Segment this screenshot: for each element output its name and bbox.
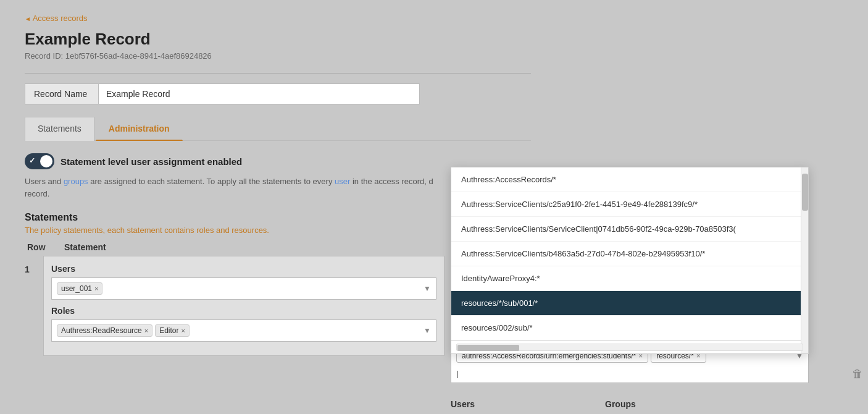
dropdown-item-6[interactable]: resources/*/sub/001/* — [451, 291, 808, 316]
field-row: Record Name — [25, 83, 420, 104]
role-tag-authress: Authress:ReadResource × — [57, 324, 152, 337]
users-tag-input[interactable]: user_001 × ▼ — [51, 277, 436, 300]
roles-dropdown-arrow[interactable]: ▼ — [424, 326, 431, 335]
page-container: Access records Example Record Record ID:… — [0, 0, 868, 414]
users-label-right: Users — [451, 399, 475, 409]
dropdown-list: Authress:AccessRecords/* Authress:Servic… — [451, 167, 808, 340]
dropdown-scrollbar-thumb — [802, 174, 808, 211]
users-link[interactable]: groups — [64, 177, 88, 186]
dropdown-item-4[interactable]: Authress:ServiceClients/b4863a5d-27d0-47… — [451, 242, 808, 266]
dropdown-item-5[interactable]: IdentityAwareProxy4:* — [451, 266, 808, 291]
role-tag-authress-text: Authress:ReadResource — [61, 326, 142, 335]
tab-administration[interactable]: Administration — [96, 117, 183, 141]
row-number: 1 — [25, 256, 37, 356]
users-link2[interactable]: user — [335, 177, 350, 186]
breadcrumb-link[interactable]: Access records — [25, 14, 88, 23]
toggle-check-icon: ✓ — [29, 156, 35, 165]
user-tag-close[interactable]: × — [94, 285, 98, 292]
dropdown-item-3[interactable]: Authress:ServiceClients/ServiceClient|07… — [451, 217, 808, 242]
toggle-description: Users and groups are assigned to each st… — [25, 175, 457, 200]
field-label: Record Name — [25, 83, 99, 104]
dropdown-item-1[interactable]: Authress:AccessRecords/* — [451, 167, 808, 192]
dropdown-horizontal-thumb — [457, 345, 519, 351]
role-tag-editor: Editor × — [155, 324, 190, 337]
role-tag-editor-text: Editor — [159, 326, 178, 335]
dropdown-horizontal-scrollbar[interactable] — [456, 344, 803, 351]
record-name-input[interactable] — [99, 83, 420, 104]
roles-tag-input[interactable]: Authress:ReadResource × Editor × ▼ — [51, 319, 436, 342]
roles-label: Roles — [51, 306, 436, 316]
resources-input-cursor: | — [456, 369, 458, 378]
record-title: Example Record — [25, 30, 531, 49]
users-dropdown-arrow[interactable]: ▼ — [424, 284, 431, 293]
groups-label-right: Groups — [605, 399, 636, 409]
user-tag-001: user_001 × — [57, 282, 102, 295]
dropdown-scrollbar[interactable] — [801, 167, 808, 353]
record-id: Record ID: 1ebf576f-56ad-4ace-8941-4aef8… — [25, 51, 531, 61]
col-header-row: Row — [27, 242, 52, 252]
role-tag-editor-close[interactable]: × — [182, 327, 185, 334]
users-label: Users — [51, 264, 436, 274]
toggle-label: Statement level user assignment enabled — [61, 156, 242, 167]
role-tag-authress-close[interactable]: × — [144, 327, 148, 334]
dropdown-overlay: Authress:AccessRecords/* Authress:Servic… — [451, 167, 809, 354]
tabs: Statements Administration — [25, 117, 531, 141]
statement-block: Users user_001 × ▼ Roles Authress:ReadRe… — [43, 256, 444, 356]
dropdown-footer — [451, 340, 808, 353]
dropdown-item-2[interactable]: Authress:ServiceClients/c25a91f0-2fe1-44… — [451, 192, 808, 217]
toggle-switch[interactable]: ✓ — [25, 153, 54, 169]
delete-row-button[interactable]: 🗑 — [852, 368, 863, 381]
user-tag-text: user_001 — [61, 284, 92, 293]
divider — [25, 73, 531, 74]
dropdown-item-7[interactable]: resources/002/sub/* — [451, 316, 808, 340]
tab-statements[interactable]: Statements — [25, 117, 94, 141]
